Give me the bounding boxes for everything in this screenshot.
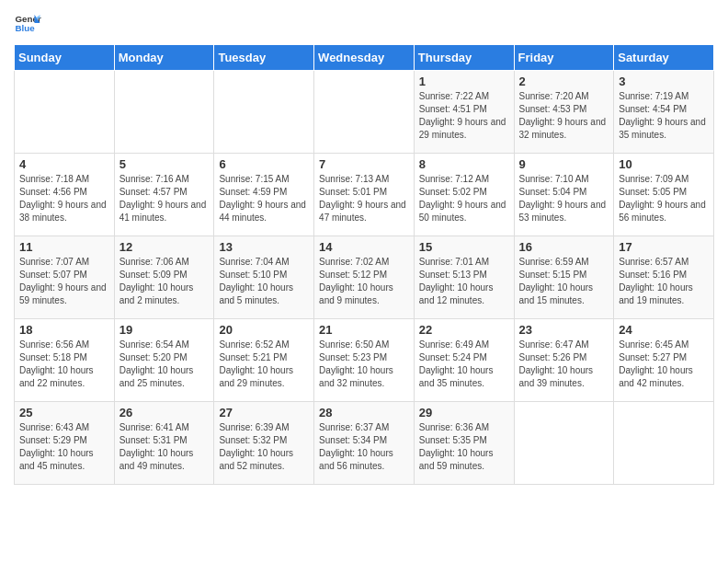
calendar-cell: 22Sunrise: 6:49 AM Sunset: 5:24 PM Dayli… [414, 319, 514, 402]
calendar-cell: 1Sunrise: 7:22 AM Sunset: 4:51 PM Daylig… [414, 71, 514, 154]
day-number: 29 [419, 406, 509, 419]
header-day-friday: Friday [514, 45, 614, 71]
day-number: 16 [519, 240, 609, 254]
day-number: 18 [19, 323, 109, 337]
calendar-cell: 13Sunrise: 7:04 AM Sunset: 5:10 PM Dayli… [214, 236, 314, 319]
day-number: 8 [419, 157, 509, 171]
logo-icon: General Blue [14, 9, 41, 37]
day-number: 28 [319, 406, 409, 419]
calendar-cell: 2Sunrise: 7:20 AM Sunset: 4:53 PM Daylig… [514, 71, 614, 154]
calendar-cell: 26Sunrise: 6:41 AM Sunset: 5:31 PM Dayli… [114, 402, 214, 485]
calendar-cell: 25Sunrise: 6:43 AM Sunset: 5:29 PM Dayli… [15, 402, 115, 485]
calendar-cell: 29Sunrise: 6:36 AM Sunset: 5:35 PM Dayli… [414, 402, 514, 485]
week-row-3: 18Sunrise: 6:56 AM Sunset: 5:18 PM Dayli… [15, 319, 714, 402]
day-content: Sunrise: 7:10 AM Sunset: 5:04 PM Dayligh… [519, 173, 609, 224]
calendar-cell [614, 402, 714, 485]
day-content: Sunrise: 7:02 AM Sunset: 5:12 PM Dayligh… [319, 256, 409, 307]
day-content: Sunrise: 6:43 AM Sunset: 5:29 PM Dayligh… [19, 421, 109, 473]
calendar-cell: 4Sunrise: 7:18 AM Sunset: 4:56 PM Daylig… [15, 154, 115, 236]
day-number: 5 [119, 157, 210, 171]
day-number: 13 [219, 240, 309, 254]
day-content: Sunrise: 6:45 AM Sunset: 5:27 PM Dayligh… [619, 339, 709, 390]
day-number: 10 [619, 157, 709, 171]
header-day-monday: Monday [114, 45, 214, 71]
calendar-cell: 17Sunrise: 6:57 AM Sunset: 5:16 PM Dayli… [614, 236, 714, 319]
calendar-cell: 12Sunrise: 7:06 AM Sunset: 5:09 PM Dayli… [114, 236, 214, 319]
calendar-cell [314, 71, 415, 154]
day-content: Sunrise: 7:15 AM Sunset: 4:59 PM Dayligh… [219, 173, 309, 224]
day-content: Sunrise: 6:50 AM Sunset: 5:23 PM Dayligh… [319, 339, 409, 390]
day-number: 21 [319, 323, 409, 337]
day-number: 27 [219, 406, 309, 419]
day-number: 12 [119, 240, 210, 254]
week-row-1: 4Sunrise: 7:18 AM Sunset: 4:56 PM Daylig… [15, 154, 714, 236]
week-row-2: 11Sunrise: 7:07 AM Sunset: 5:07 PM Dayli… [15, 236, 714, 319]
day-number: 4 [19, 157, 109, 171]
day-content: Sunrise: 7:20 AM Sunset: 4:53 PM Dayligh… [519, 90, 609, 142]
calendar-cell: 8Sunrise: 7:12 AM Sunset: 5:02 PM Daylig… [414, 154, 514, 236]
calendar-cell: 11Sunrise: 7:07 AM Sunset: 5:07 PM Dayli… [15, 236, 115, 319]
day-number: 23 [519, 323, 609, 337]
calendar-cell: 23Sunrise: 6:47 AM Sunset: 5:26 PM Dayli… [514, 319, 614, 402]
logo: General Blue [14, 9, 41, 37]
calendar-cell: 7Sunrise: 7:13 AM Sunset: 5:01 PM Daylig… [314, 154, 415, 236]
calendar-cell: 9Sunrise: 7:10 AM Sunset: 5:04 PM Daylig… [514, 154, 614, 236]
day-number: 22 [419, 323, 509, 337]
day-content: Sunrise: 7:18 AM Sunset: 4:56 PM Dayligh… [19, 173, 109, 224]
day-content: Sunrise: 6:39 AM Sunset: 5:32 PM Dayligh… [219, 421, 309, 473]
calendar-header: SundayMondayTuesdayWednesdayThursdayFrid… [15, 45, 714, 71]
calendar-cell: 20Sunrise: 6:52 AM Sunset: 5:21 PM Dayli… [214, 319, 314, 402]
calendar-cell: 27Sunrise: 6:39 AM Sunset: 5:32 PM Dayli… [214, 402, 314, 485]
calendar-cell: 15Sunrise: 7:01 AM Sunset: 5:13 PM Dayli… [414, 236, 514, 319]
day-content: Sunrise: 7:12 AM Sunset: 5:02 PM Dayligh… [419, 173, 509, 224]
calendar-body: 1Sunrise: 7:22 AM Sunset: 4:51 PM Daylig… [15, 71, 714, 485]
calendar-cell [15, 71, 115, 154]
day-content: Sunrise: 6:54 AM Sunset: 5:20 PM Dayligh… [119, 339, 210, 390]
calendar-cell [214, 71, 314, 154]
calendar-cell: 14Sunrise: 7:02 AM Sunset: 5:12 PM Dayli… [314, 236, 415, 319]
header-day-sunday: Sunday [15, 45, 115, 71]
header-day-saturday: Saturday [614, 45, 714, 71]
day-content: Sunrise: 6:56 AM Sunset: 5:18 PM Dayligh… [19, 339, 109, 390]
day-content: Sunrise: 6:37 AM Sunset: 5:34 PM Dayligh… [319, 421, 409, 473]
calendar-cell: 18Sunrise: 6:56 AM Sunset: 5:18 PM Dayli… [15, 319, 115, 402]
header-row: SundayMondayTuesdayWednesdayThursdayFrid… [15, 45, 714, 71]
day-number: 14 [319, 240, 409, 254]
day-number: 2 [519, 75, 609, 88]
day-content: Sunrise: 6:49 AM Sunset: 5:24 PM Dayligh… [419, 339, 509, 390]
day-number: 25 [19, 406, 109, 419]
day-content: Sunrise: 6:57 AM Sunset: 5:16 PM Dayligh… [619, 256, 709, 307]
day-number: 19 [119, 323, 210, 337]
day-content: Sunrise: 6:47 AM Sunset: 5:26 PM Dayligh… [519, 339, 609, 390]
calendar-cell: 28Sunrise: 6:37 AM Sunset: 5:34 PM Dayli… [314, 402, 415, 485]
day-content: Sunrise: 7:04 AM Sunset: 5:10 PM Dayligh… [219, 256, 309, 307]
day-content: Sunrise: 7:09 AM Sunset: 5:05 PM Dayligh… [619, 173, 709, 224]
header-day-thursday: Thursday [414, 45, 514, 71]
calendar-cell: 3Sunrise: 7:19 AM Sunset: 4:54 PM Daylig… [614, 71, 714, 154]
day-number: 7 [319, 157, 409, 171]
day-number: 1 [419, 75, 509, 88]
calendar-cell: 5Sunrise: 7:16 AM Sunset: 4:57 PM Daylig… [114, 154, 214, 236]
week-row-0: 1Sunrise: 7:22 AM Sunset: 4:51 PM Daylig… [15, 71, 714, 154]
day-content: Sunrise: 7:22 AM Sunset: 4:51 PM Dayligh… [419, 90, 509, 142]
day-content: Sunrise: 7:07 AM Sunset: 5:07 PM Dayligh… [19, 256, 109, 307]
day-content: Sunrise: 6:41 AM Sunset: 5:31 PM Dayligh… [119, 421, 210, 473]
calendar-cell: 10Sunrise: 7:09 AM Sunset: 5:05 PM Dayli… [614, 154, 714, 236]
day-number: 11 [19, 240, 109, 254]
header-day-wednesday: Wednesday [314, 45, 415, 71]
day-content: Sunrise: 7:19 AM Sunset: 4:54 PM Dayligh… [619, 90, 709, 142]
day-content: Sunrise: 7:16 AM Sunset: 4:57 PM Dayligh… [119, 173, 210, 224]
header-day-tuesday: Tuesday [214, 45, 314, 71]
day-number: 20 [219, 323, 309, 337]
calendar-cell: 24Sunrise: 6:45 AM Sunset: 5:27 PM Dayli… [614, 319, 714, 402]
calendar-cell [514, 402, 614, 485]
page-header: General Blue [14, 9, 714, 37]
day-number: 24 [619, 323, 709, 337]
day-number: 26 [119, 406, 210, 419]
calendar-cell: 19Sunrise: 6:54 AM Sunset: 5:20 PM Dayli… [114, 319, 214, 402]
day-content: Sunrise: 6:59 AM Sunset: 5:15 PM Dayligh… [519, 256, 609, 307]
calendar-cell [114, 71, 214, 154]
day-content: Sunrise: 7:01 AM Sunset: 5:13 PM Dayligh… [419, 256, 509, 307]
day-content: Sunrise: 6:52 AM Sunset: 5:21 PM Dayligh… [219, 339, 309, 390]
day-number: 3 [619, 75, 709, 88]
